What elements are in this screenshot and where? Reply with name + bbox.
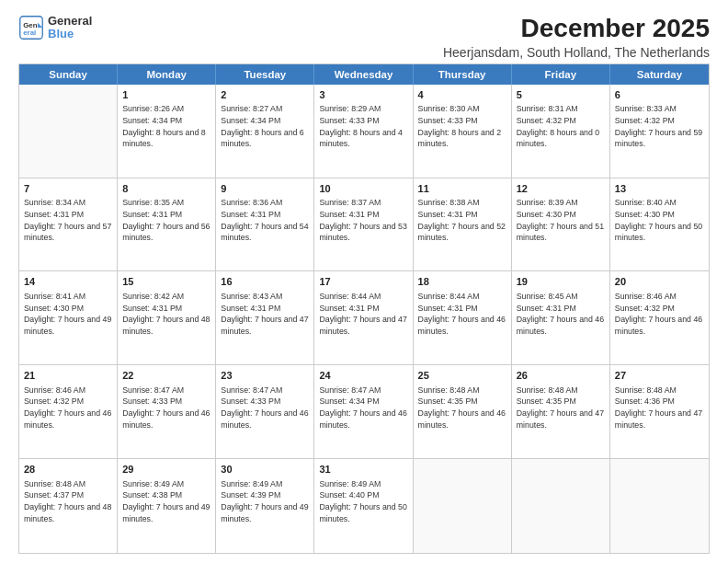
sunset-text: Sunset: 4:35 PM: [517, 396, 576, 406]
sunrise-text: Sunrise: 8:35 AM: [122, 198, 184, 207]
day-number: 18: [418, 275, 506, 289]
day-number: 14: [24, 275, 112, 289]
day-number: 26: [517, 369, 605, 383]
sunrise-text: Sunrise: 8:48 AM: [615, 385, 677, 395]
day-info: Sunrise: 8:48 AMSunset: 4:36 PMDaylight:…: [615, 385, 704, 431]
header-day-friday: Friday: [512, 64, 610, 85]
sunset-text: Sunset: 4:33 PM: [221, 396, 280, 406]
header: Gen eral General Blue December 2025 Heer…: [18, 15, 710, 60]
day-info: Sunrise: 8:31 AMSunset: 4:32 PMDaylight:…: [517, 103, 605, 150]
calendar-cell: 21Sunrise: 8:46 AMSunset: 4:32 PMDayligh…: [19, 365, 118, 458]
day-info: Sunrise: 8:35 AMSunset: 4:31 PMDaylight:…: [122, 197, 210, 244]
header-day-wednesday: Wednesday: [314, 64, 413, 85]
sunrise-text: Sunrise: 8:44 AM: [418, 292, 480, 301]
calendar: SundayMondayTuesdayWednesdayThursdayFrid…: [18, 63, 710, 554]
sunrise-text: Sunrise: 8:49 AM: [122, 479, 184, 488]
sunset-text: Sunset: 4:34 PM: [122, 116, 182, 125]
sunset-text: Sunset: 4:31 PM: [221, 304, 280, 313]
day-number: 15: [122, 275, 210, 289]
sunset-text: Sunset: 4:31 PM: [24, 210, 84, 219]
daylight-text: Daylight: 7 hours and 53 minutes.: [319, 222, 406, 243]
calendar-week-5: 28Sunrise: 8:48 AMSunset: 4:37 PMDayligh…: [19, 459, 709, 553]
sunrise-text: Sunrise: 8:49 AM: [221, 479, 282, 488]
daylight-text: Daylight: 8 hours and 6 minutes.: [221, 128, 303, 149]
day-number: 25: [418, 369, 506, 383]
calendar-cell: 6Sunrise: 8:33 AMSunset: 4:32 PMDaylight…: [610, 85, 709, 178]
daylight-text: Daylight: 8 hours and 0 minutes.: [517, 128, 599, 149]
sunset-text: Sunset: 4:38 PM: [122, 490, 182, 500]
daylight-text: Daylight: 7 hours and 49 minutes.: [221, 502, 308, 523]
sunrise-text: Sunrise: 8:40 AM: [615, 198, 677, 207]
day-number: 24: [319, 369, 407, 383]
day-number: 8: [122, 182, 210, 196]
logo-line2: Blue: [48, 28, 92, 40]
sunset-text: Sunset: 4:31 PM: [517, 304, 576, 313]
calendar-cell: 17Sunrise: 8:44 AMSunset: 4:31 PMDayligh…: [314, 271, 413, 364]
daylight-text: Daylight: 7 hours and 51 minutes.: [517, 222, 604, 243]
calendar-cell: 29Sunrise: 8:49 AMSunset: 4:38 PMDayligh…: [118, 459, 216, 553]
daylight-text: Daylight: 7 hours and 48 minutes.: [24, 502, 111, 523]
sunset-text: Sunset: 4:35 PM: [418, 396, 478, 406]
page-title: December 2025: [443, 15, 710, 43]
day-number: 11: [418, 182, 506, 196]
day-number: 22: [122, 369, 210, 383]
day-info: Sunrise: 8:47 AMSunset: 4:34 PMDaylight:…: [319, 385, 407, 431]
day-number: 2: [221, 88, 309, 102]
daylight-text: Daylight: 7 hours and 46 minutes.: [221, 408, 308, 430]
sunset-text: Sunset: 4:39 PM: [221, 490, 280, 500]
logo-icon: Gen eral: [18, 15, 44, 40]
calendar-cell: 19Sunrise: 8:45 AMSunset: 4:31 PMDayligh…: [512, 271, 610, 364]
sunset-text: Sunset: 4:33 PM: [319, 116, 379, 125]
daylight-text: Daylight: 8 hours and 2 minutes.: [418, 128, 501, 149]
calendar-cell: 11Sunrise: 8:38 AMSunset: 4:31 PMDayligh…: [414, 178, 512, 271]
sunset-text: Sunset: 4:31 PM: [418, 304, 478, 313]
sunrise-text: Sunrise: 8:47 AM: [122, 385, 184, 395]
calendar-cell: 22Sunrise: 8:47 AMSunset: 4:33 PMDayligh…: [118, 365, 216, 458]
sunset-text: Sunset: 4:34 PM: [221, 116, 280, 125]
day-number: 9: [221, 182, 309, 196]
sunrise-text: Sunrise: 8:41 AM: [24, 292, 85, 301]
day-info: Sunrise: 8:38 AMSunset: 4:31 PMDaylight:…: [418, 197, 506, 244]
sunrise-text: Sunrise: 8:48 AM: [418, 385, 480, 395]
calendar-cell: 20Sunrise: 8:46 AMSunset: 4:32 PMDayligh…: [610, 271, 709, 364]
calendar-week-3: 14Sunrise: 8:41 AMSunset: 4:30 PMDayligh…: [19, 271, 709, 365]
day-info: Sunrise: 8:27 AMSunset: 4:34 PMDaylight:…: [221, 103, 309, 150]
daylight-text: Daylight: 7 hours and 49 minutes.: [122, 502, 210, 523]
sunrise-text: Sunrise: 8:26 AM: [122, 104, 184, 113]
day-number: 27: [615, 369, 704, 383]
day-number: 20: [615, 275, 704, 289]
sunset-text: Sunset: 4:31 PM: [418, 210, 478, 219]
calendar-cell: 23Sunrise: 8:47 AMSunset: 4:33 PMDayligh…: [216, 365, 314, 458]
calendar-header: SundayMondayTuesdayWednesdayThursdayFrid…: [19, 64, 709, 85]
sunset-text: Sunset: 4:33 PM: [122, 396, 182, 406]
day-info: Sunrise: 8:40 AMSunset: 4:30 PMDaylight:…: [615, 197, 704, 244]
day-number: 17: [319, 275, 407, 289]
sunrise-text: Sunrise: 8:47 AM: [319, 385, 381, 395]
header-day-monday: Monday: [118, 64, 216, 85]
calendar-cell: 10Sunrise: 8:37 AMSunset: 4:31 PMDayligh…: [314, 178, 413, 271]
calendar-cell: 28Sunrise: 8:48 AMSunset: 4:37 PMDayligh…: [19, 459, 118, 553]
day-number: 12: [517, 182, 605, 196]
sunset-text: Sunset: 4:40 PM: [319, 490, 379, 500]
sunrise-text: Sunrise: 8:46 AM: [24, 385, 85, 395]
sunrise-text: Sunrise: 8:37 AM: [319, 198, 381, 207]
day-number: 23: [221, 369, 309, 383]
svg-text:eral: eral: [23, 29, 36, 37]
day-info: Sunrise: 8:47 AMSunset: 4:33 PMDaylight:…: [122, 385, 210, 431]
daylight-text: Daylight: 7 hours and 50 minutes.: [615, 222, 702, 243]
daylight-text: Daylight: 7 hours and 50 minutes.: [319, 502, 406, 523]
daylight-text: Daylight: 7 hours and 56 minutes.: [122, 222, 210, 243]
calendar-cell: 12Sunrise: 8:39 AMSunset: 4:30 PMDayligh…: [512, 178, 610, 271]
day-info: Sunrise: 8:49 AMSunset: 4:38 PMDaylight:…: [122, 478, 210, 525]
sunrise-text: Sunrise: 8:33 AM: [615, 104, 677, 113]
calendar-cell: 27Sunrise: 8:48 AMSunset: 4:36 PMDayligh…: [610, 365, 709, 458]
title-block: December 2025 Heerjansdam, South Holland…: [443, 15, 710, 60]
calendar-cell: [414, 459, 512, 553]
day-number: 16: [221, 275, 309, 289]
sunrise-text: Sunrise: 8:36 AM: [221, 198, 282, 207]
daylight-text: Daylight: 8 hours and 4 minutes.: [319, 128, 402, 149]
sunset-text: Sunset: 4:33 PM: [418, 116, 478, 125]
day-info: Sunrise: 8:30 AMSunset: 4:33 PMDaylight:…: [418, 103, 506, 150]
day-info: Sunrise: 8:48 AMSunset: 4:35 PMDaylight:…: [418, 385, 506, 431]
sunset-text: Sunset: 4:31 PM: [319, 304, 379, 313]
